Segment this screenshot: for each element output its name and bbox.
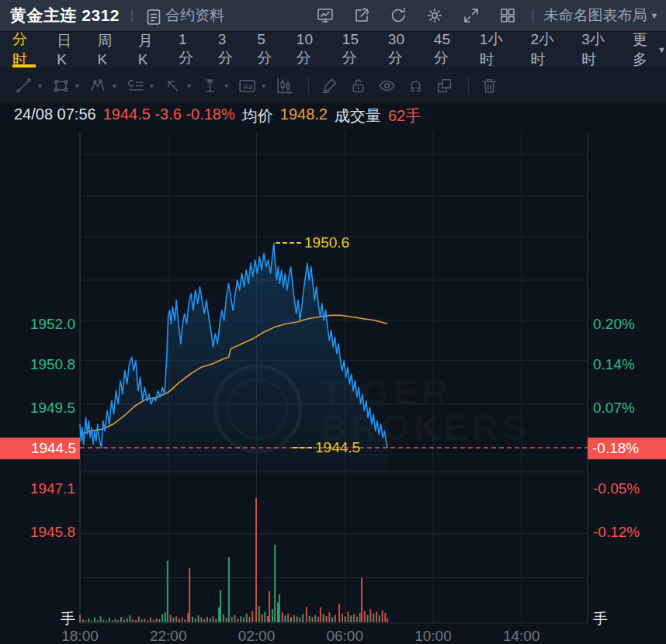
legend-volume-label: 成交量 (335, 106, 381, 126)
trading-chart-app: 黄金主连 2312 | 合约资料 | 未命名图表布局 ▼ 分时日K周K月K1分3… (0, 0, 666, 644)
percent-tick-0.07%: 0.07% (593, 400, 635, 417)
svg-text:Aa: Aa (243, 82, 253, 90)
chevron-down-icon: ▼ (650, 11, 658, 20)
chart-layout-label: 未命名图表布局 (543, 5, 647, 26)
delete-tool[interactable] (480, 76, 499, 95)
tab-月K[interactable]: 月K (138, 32, 158, 68)
document-icon (144, 8, 160, 23)
chevron-down-icon: ▾ (113, 81, 116, 90)
tab-5分[interactable]: 5分 (257, 32, 276, 68)
price-tick-1945.8: 1945.8 (0, 524, 75, 541)
tab-30分[interactable]: 30分 (388, 32, 413, 68)
brush-tool[interactable] (320, 76, 339, 95)
drawing-toolbar: ▾▾▾▾▾▾Aa▾ (0, 68, 666, 103)
tab-1分[interactable]: 1分 (179, 32, 197, 68)
tab-更多[interactable]: 更多▼ (633, 32, 666, 68)
chart-layout-selector[interactable]: 未命名图表布局 ▼ (543, 5, 658, 26)
quote-legend: 24/08 07:56 1944.5 -3.6 -0.18% 均价 1948.2… (14, 106, 421, 126)
time-tick-14:00: 14:00 (494, 628, 549, 644)
tab-active-fenshi[interactable]: 分时 (12, 32, 36, 68)
current-price-badge: 1944.5 (0, 438, 80, 459)
annotation-dash (276, 242, 301, 244)
high-price-annotation: 1950.6 (276, 234, 349, 251)
time-tick-22:00: 22:00 (141, 628, 196, 644)
legend-avg-value: 1948.2 (280, 106, 328, 126)
pattern-tool[interactable] (275, 76, 294, 95)
tab-2小时[interactable]: 2小时 (531, 32, 561, 68)
lock-tool[interactable] (349, 76, 368, 95)
legend-price-change: 1944.5 -3.6 -0.18% (103, 106, 235, 126)
tab-3小时[interactable]: 3小时 (581, 32, 612, 68)
legend-avg-label: 均价 (242, 106, 273, 126)
tab-45分[interactable]: 45分 (434, 32, 459, 68)
settings-icon[interactable] (425, 6, 444, 25)
visibility-tool[interactable] (377, 76, 397, 95)
shape-tool[interactable]: ▾ (51, 76, 79, 95)
drawing-icon[interactable] (352, 6, 371, 25)
measure-tool[interactable]: ▾ (200, 76, 228, 95)
current-price-annotation: 1944.5 (293, 439, 360, 456)
time-tick-10:00: 10:00 (406, 628, 460, 644)
legend-volume-value: 62手 (388, 106, 421, 126)
percent-tick--0.12%: -0.12% (593, 524, 640, 541)
tab-周K[interactable]: 周K (98, 32, 117, 68)
header-divider-2: | (531, 9, 534, 23)
time-tick-18:00: 18:00 (53, 628, 107, 644)
interval-tabbar: 分时日K周K月K1分3分5分10分15分30分45分1小时2小时3小时更多▼ (0, 32, 666, 68)
contract-info-link[interactable]: 合约资料 (144, 5, 224, 26)
current-percent-badge: -0.18% (588, 438, 666, 459)
chevron-down-icon: ▾ (262, 81, 265, 90)
tab-1小时[interactable]: 1小时 (480, 32, 510, 68)
trend-line-tool[interactable]: ▾ (14, 76, 42, 95)
volume-unit-right: 手 (593, 609, 608, 629)
toolbar-divider (308, 77, 309, 94)
header-bar: 黄金主连 2312 | 合约资料 | 未命名图表布局 ▼ (0, 0, 666, 32)
gann-tool[interactable]: ▾ (126, 76, 154, 95)
chevron-down-icon: ▼ (657, 45, 666, 54)
tab-3分[interactable]: 3分 (218, 32, 237, 68)
duplicate-tool[interactable] (435, 76, 454, 95)
indicators-icon[interactable] (316, 6, 335, 25)
chevron-down-icon: ▾ (224, 81, 228, 90)
chart-region: TIGER BROKERS 1952.01950.81949.51948.319… (0, 128, 666, 644)
toolbar-divider (468, 77, 469, 94)
legend-datetime: 24/08 07:56 (14, 106, 96, 126)
annotation-dash (293, 447, 312, 448)
header-icon-strip (316, 6, 517, 25)
chevron-down-icon: ▾ (38, 81, 42, 90)
header-divider: | (130, 9, 134, 23)
price-tick-1952.0: 1952.0 (0, 316, 75, 333)
chart-plot[interactable] (0, 128, 666, 644)
text-tool[interactable]: Aa▾ (238, 76, 265, 95)
chevron-down-icon: ▾ (187, 81, 191, 90)
time-tick-02:00: 02:00 (229, 628, 283, 644)
tab-10分[interactable]: 10分 (297, 32, 321, 68)
volume-unit-left: 手 (0, 609, 75, 629)
price-tick-1949.5: 1949.5 (0, 400, 75, 417)
tab-15分[interactable]: 15分 (342, 32, 367, 68)
fullscreen-icon[interactable] (462, 6, 480, 25)
refresh-icon[interactable] (389, 6, 408, 25)
tab-日K[interactable]: 日K (57, 32, 76, 68)
percent-tick--0.05%: -0.05% (593, 480, 640, 497)
price-tick-1947.1: 1947.1 (0, 480, 75, 497)
percent-tick-0.20%: 0.20% (593, 316, 635, 333)
price-tick-1950.8: 1950.8 (0, 356, 75, 373)
multi-chart-icon[interactable] (498, 6, 517, 25)
chevron-down-icon: ▾ (75, 81, 79, 90)
wave-tool[interactable]: ▾ (88, 76, 116, 95)
chevron-down-icon: ▾ (150, 81, 154, 90)
magnet-tool[interactable] (406, 76, 425, 95)
symbol-title: 黄金主连 2312 (10, 5, 120, 26)
arrow-tool[interactable]: ▾ (163, 76, 191, 95)
contract-info-label: 合约资料 (165, 5, 224, 26)
time-tick-06:00: 06:00 (317, 628, 372, 644)
percent-tick-0.14%: 0.14% (593, 356, 635, 373)
